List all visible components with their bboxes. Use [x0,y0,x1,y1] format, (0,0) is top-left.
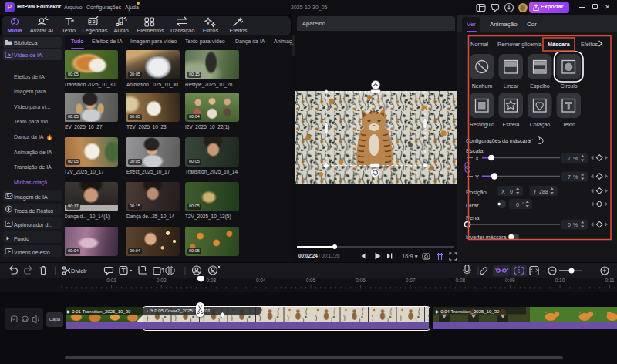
svg-text:Troca de Rostos: Troca de Rostos [14,208,54,214]
svg-text:0: 0 [510,189,513,194]
svg-text:Girar: Girar [466,202,479,209]
svg-text:7: 7 [568,174,571,180]
svg-text:288: 288 [539,189,548,194]
svg-text:Texto: Texto [562,122,575,127]
svg-text:°: ° [522,202,524,207]
svg-text:Mídia: Mídia [7,27,22,34]
svg-text:0:11: 0:11 [605,278,615,283]
svg-text:Círculo: Círculo [560,83,577,89]
svg-text:Vídeos de esto...: Vídeos de esto... [14,250,55,255]
svg-text:X: X [475,155,479,162]
svg-text:Normal: Normal [470,41,489,48]
svg-text:Aprimorador d...: Aprimorador d... [14,222,52,228]
svg-text:Estrela: Estrela [503,122,520,127]
svg-text:Vídeo de IA.: Vídeo de IA. [14,52,44,58]
svg-text:Efeitos: Efeitos [230,27,248,34]
svg-text:0:02: 0:02 [157,278,167,283]
svg-text:Biblioteca: Biblioteca [14,40,37,46]
svg-text:0:06: 0:06 [356,278,366,283]
svg-text:Animação de IA: Animação de IA [14,150,52,156]
svg-text:Retângulo: Retângulo [470,122,494,128]
svg-text:Dança da IA: Dança da IA [14,134,44,140]
svg-text:Y: Y [475,174,479,180]
svg-text:7: 7 [568,156,571,161]
svg-text:Nenhum: Nenhum [472,83,493,89]
svg-text:Texto: Texto [62,27,76,34]
svg-text:0:09: 0:09 [505,278,515,283]
svg-text:Texto para víd...: Texto para víd... [14,119,52,125]
svg-text:Remover glicemia: Remover glicemia [497,41,542,48]
svg-text:Fundo: Fundo [14,236,29,241]
svg-text:Efeitos de IA: Efeitos de IA [14,74,45,79]
svg-text:0:10: 0:10 [555,278,565,283]
svg-text:Linear: Linear [504,83,519,89]
svg-text:Coração: Coração [530,122,551,128]
svg-text:Dividir: Dividir [71,268,87,275]
svg-text:🔥: 🔥 [46,133,53,140]
svg-text:Y: Y [533,189,537,194]
svg-text:0: 0 [568,222,571,228]
svg-text:Transição: Transição [170,27,195,34]
svg-text:Imagem para...: Imagem para... [14,89,50,95]
svg-text:0:01: 0:01 [106,278,116,283]
svg-text:16:9 ▾: 16:9 ▾ [402,253,418,260]
svg-text:0:08: 0:08 [455,278,465,283]
svg-text:Efeitos: Efeitos [581,41,598,48]
svg-text:0:04: 0:04 [256,278,266,283]
svg-text:%: % [573,222,578,228]
svg-text:0:05: 0:05 [306,278,316,283]
svg-text:Espelho: Espelho [530,83,549,89]
svg-text:0:07: 0:07 [406,278,416,283]
svg-text:Avatar AI: Avatar AI [30,27,53,34]
svg-text:Máscara: Máscara [548,41,571,48]
svg-text:Transição de IA: Transição de IA [14,164,52,170]
svg-text:0: 0 [516,202,519,207]
svg-text:0:03: 0:03 [206,278,216,283]
svg-text:Filtros: Filtros [203,27,219,34]
svg-text:Minhas criaçõ...: Minhas criaçõ... [14,180,52,186]
svg-text:X: X [501,189,505,194]
svg-text:Áudio: Áudio [113,27,128,34]
svg-text:Imagem de IA: Imagem de IA [14,194,48,201]
svg-text:%: % [573,174,578,180]
svg-text:%: % [573,156,578,161]
svg-text:Legendas: Legendas [83,27,108,34]
svg-text:Elementos: Elementos [137,27,164,34]
svg-text:Vídeo para ví...: Vídeo para ví... [14,104,51,110]
svg-text:Configurações da máscara: Configurações da máscara [466,138,531,144]
